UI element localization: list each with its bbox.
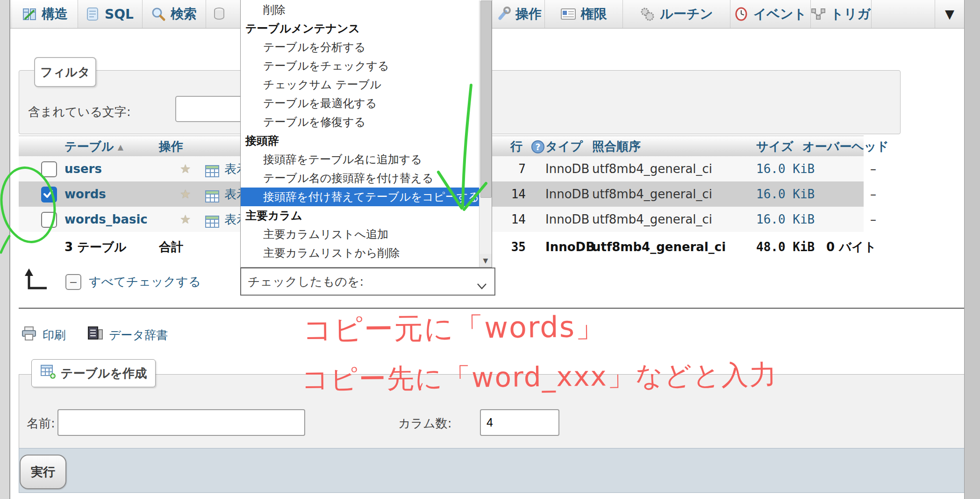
go-button[interactable]: 実行	[20, 455, 66, 489]
menu-scrollbar[interactable]: ▼	[479, 0, 492, 267]
menu-group-central-columns: 主要カラム	[241, 206, 479, 225]
totals-label: 合計	[159, 232, 183, 257]
row-checkbox-checked[interactable]	[41, 187, 57, 202]
chevron-down-icon: ▼	[945, 7, 954, 21]
tab-label: ルーチン	[660, 5, 713, 23]
overhead-value: –	[808, 156, 876, 181]
header-type[interactable]: タイプ	[545, 136, 583, 157]
totals-size: 48.0 KiB	[756, 232, 815, 257]
phpmyadmin-structure-page: 構造 SQL 検索 操作	[0, 0, 980, 499]
tab-events[interactable]: イベント	[730, 0, 811, 28]
table-name-link[interactable]: users	[64, 156, 102, 181]
tab-label: 構造	[42, 5, 68, 23]
print-link[interactable]: 印刷	[43, 327, 66, 343]
create-table-title: テーブルを作成	[61, 365, 147, 382]
with-selected-select[interactable]: チェックしたものを:	[240, 268, 495, 296]
more-tabs-button[interactable]: ▼	[935, 0, 964, 28]
search-icon	[151, 7, 166, 22]
check-all-link[interactable]: すべてチェックする	[89, 268, 200, 296]
engine-type: InnoDB	[545, 207, 589, 232]
menu-item-repair[interactable]: テーブルを修復する	[241, 113, 479, 131]
engine-type: InnoDB	[545, 156, 589, 181]
return-top-icon	[22, 268, 50, 292]
svg-text:?: ?	[535, 142, 540, 152]
row-checkbox[interactable]	[41, 161, 57, 177]
tab-search[interactable]: 検索	[142, 0, 206, 28]
tab-label: トリガ	[830, 5, 871, 23]
wrench-icon	[496, 7, 511, 22]
menu-item-drop[interactable]: 削除	[241, 0, 479, 19]
favorite-star-icon[interactable]: ★	[180, 181, 191, 207]
table-name-link[interactable]: words	[64, 181, 106, 207]
with-selected-dropdown-menu: 削除 テーブルメンテナンス テーブルを分析する テーブルをチェックする チェック…	[240, 0, 492, 268]
menu-item-check[interactable]: テーブルをチェックする	[241, 57, 479, 75]
tab-structure[interactable]: 構造	[12, 0, 78, 28]
favorite-star-icon[interactable]: ★	[180, 207, 191, 232]
menu-scrollbar-thumb[interactable]	[480, 0, 492, 198]
form-footer-bar	[19, 448, 965, 493]
tab-label: 操作	[515, 5, 542, 23]
clock-icon	[734, 7, 749, 22]
menu-item-remove-central-columns[interactable]: 主要カラムリストから削除	[241, 244, 479, 262]
menu-item-add-central-columns[interactable]: 主要カラムリストへ追加	[241, 225, 479, 244]
data-dictionary-icon	[87, 326, 103, 344]
tab-label: SQL	[105, 7, 134, 22]
tab-routines[interactable]: ルーチン	[622, 0, 730, 28]
row-checkbox[interactable]	[41, 212, 57, 228]
create-table-icon	[40, 364, 56, 382]
menu-group-prefix: 接頭辞	[241, 131, 479, 150]
structure-icon	[22, 7, 37, 22]
check-all-box-icon[interactable]: −	[65, 274, 81, 290]
annotation-copy-source: コピー元に「words」	[303, 307, 606, 350]
filter-legend: フィルタ	[34, 57, 96, 87]
favorite-star-icon[interactable]: ★	[180, 156, 191, 181]
totals-overhead: 0 バイト	[808, 232, 876, 257]
menu-item-analyze[interactable]: テーブルを分析する	[241, 38, 479, 57]
columns-count-input[interactable]	[480, 409, 559, 436]
menu-item-copy-with-prefix[interactable]: 接頭辞を付け替えてテーブルをコピーする	[241, 188, 479, 206]
tab-label: イベント	[753, 5, 807, 23]
menu-item-replace-prefix[interactable]: テーブル名の接頭辞を付け替える	[241, 169, 479, 188]
select-chevron-icon	[477, 279, 487, 293]
tab-privileges[interactable]: 権限	[544, 0, 623, 28]
collation-value: utf8mb4_general_ci	[592, 181, 712, 207]
totals-count: 3 テーブル	[64, 232, 127, 257]
totals-type: InnoDB	[545, 232, 595, 257]
help-icon[interactable]: ?	[531, 140, 545, 154]
size-value: 16.0 KiB	[756, 207, 815, 232]
gears-icon	[639, 6, 655, 22]
header-overhead[interactable]: オーバーヘッド	[802, 136, 889, 157]
nav-panel-edge	[0, 0, 10, 499]
filter-contains-label: 含まれている文字:	[28, 104, 131, 120]
header-rows[interactable]: 行	[510, 136, 522, 157]
trigger-nodes-icon	[811, 7, 826, 21]
collation-value: utf8mb4_general_ci	[592, 156, 712, 181]
annotation-copy-destination: コピー先に「word_xxx」などと入力	[301, 357, 778, 398]
table-name-link[interactable]: words_basic	[64, 207, 148, 232]
page-right-gutter	[964, 0, 980, 499]
menu-scroll-down-button[interactable]: ▼	[479, 254, 492, 267]
table-name-input[interactable]	[57, 409, 305, 436]
database-cylinder-icon	[212, 7, 226, 22]
size-value: 16.0 KiB	[756, 181, 815, 207]
table-name-label: 名前:	[27, 415, 55, 432]
header-action: 操作	[159, 136, 183, 157]
tab-operations[interactable]: 操作	[493, 0, 545, 28]
overhead-value: –	[808, 207, 876, 232]
tab-label: 権限	[581, 5, 607, 23]
printer-icon	[21, 326, 37, 344]
header-size[interactable]: サイズ	[756, 136, 794, 157]
menu-item-checksum[interactable]: チェックサム テーブル	[241, 75, 479, 94]
header-collation[interactable]: 照合順序	[592, 136, 641, 157]
menu-item-add-prefix[interactable]: 接頭辞をテーブル名に追加する	[241, 150, 479, 169]
tab-sql[interactable]: SQL	[78, 0, 143, 28]
menu-item-optimize[interactable]: テーブルを最適化する	[241, 94, 479, 113]
engine-type: InnoDB	[545, 181, 589, 207]
with-selected-label: チェックしたものを:	[248, 274, 364, 290]
menu-group-table-maintenance: テーブルメンテナンス	[241, 19, 479, 38]
header-table[interactable]: テーブル▲	[64, 136, 123, 157]
privileges-card-icon	[560, 7, 576, 21]
filter-legend-label: フィルタ	[40, 64, 90, 80]
data-dictionary-link[interactable]: データ辞書	[109, 327, 168, 343]
tab-triggers[interactable]: トリガ	[810, 0, 872, 28]
